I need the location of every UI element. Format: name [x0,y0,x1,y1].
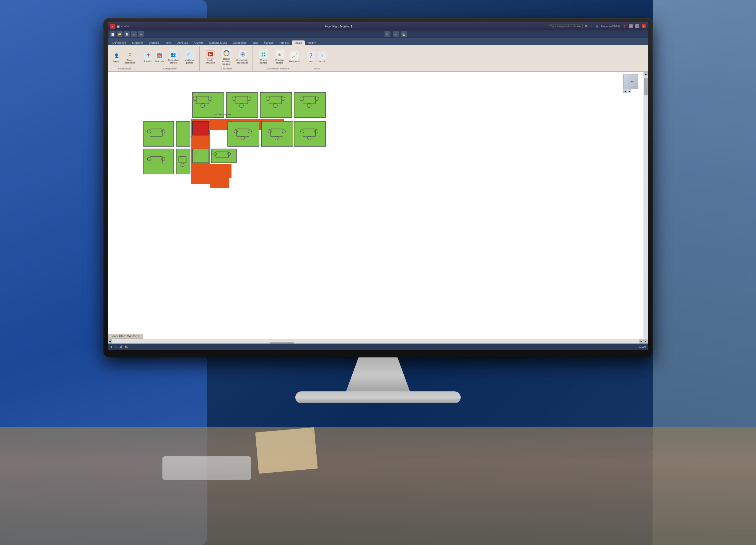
quick-access-icons: 💾 ↩ ↪ ✏ [117,25,129,28]
tab-systems[interactable]: Systems [146,40,162,45]
tab-addins[interactable]: Add-Ins [277,40,292,45]
svg-rect-20 [144,121,174,147]
nav-left[interactable]: ◀ [623,90,627,93]
scroll-right-btn[interactable]: ▶ [639,339,643,344]
qa-new[interactable]: 📄 [110,31,115,37]
nav-cube[interactable]: TOP ◀ ▶ [623,74,641,92]
dashboard-icon: 📈 [290,51,299,60]
qa-undo[interactable]: ↩ [131,31,137,37]
ribbon-group-initialization: 👤 Logout ⚙ Create parameters Initializat… [109,46,140,71]
svg-rect-22 [193,121,209,135]
btn-concentration[interactable]: Concentration of pollutants [235,50,250,65]
search-box-title[interactable]: Type a keyword or phrase [548,24,583,28]
btn-create-params[interactable]: ⚙ Create parameters [123,50,138,65]
view-tool-1[interactable]: ✂ [384,31,390,37]
btn-2dview[interactable]: 2D view sources [256,50,271,65]
help-icon-title[interactable]: ❓ [623,25,626,28]
scroll-thumb[interactable] [644,78,648,95]
btn-ventilation[interactable]: 💨 Ventilation profiles [182,50,197,65]
scroll-thumb-h[interactable] [270,342,294,344]
tab-massing[interactable]: Massing & Site [206,40,230,45]
btn-logout[interactable]: 👤 Logout [111,51,121,63]
view-tool-3[interactable]: 📐 [401,31,407,37]
status-measure-icon: 📐 [125,345,128,348]
location-label: Location [144,60,152,63]
tab-annotate[interactable]: Annotate [175,40,191,45]
monitor-screen[interactable]: R 💾 ↩ ↪ ✏ Floor Plan: Monitor 1 Type a k… [108,22,648,350]
btn-materials[interactable]: 🧱 Materials [154,51,164,63]
ribbon-icons-initialization: 👤 Logout ⚙ Create parameters [111,47,138,67]
about-icon: ℹ [318,51,326,60]
svg-rect-15 [210,164,229,188]
ribbon-icons-configuration: 📍 Location 🧱 Materials 👥 Occupation prof… [143,47,197,67]
concentration-label: Concentration of pollutants [236,59,249,64]
btn-dashboard[interactable]: 📈 Dashboard [288,51,300,63]
indalo-sim-icon [206,50,214,58]
tab-manage[interactable]: Manage [261,40,277,45]
group-label-initialization: Initialization [118,67,131,71]
qa-open[interactable]: 📂 [117,31,123,37]
indalo-sim-label: Indalo simulation [203,59,217,64]
tab-architecture[interactable]: Architecture [109,40,129,45]
view-label-text: Floor Plan: Monitor 1 [112,335,139,338]
group-label-exploitation: Exploitation of results [267,67,289,71]
btn-indalo-simulation[interactable]: Indalo simulation [203,50,218,65]
view-tools: ✂ ✏ 📐 [145,31,646,37]
svg-rect-8 [264,53,265,54]
scroll-left-btn[interactable]: ◀ [108,339,112,344]
location-icon: 📍 [144,51,152,60]
btn-about[interactable]: ℹ About [317,51,327,63]
svg-rect-10 [264,55,265,56]
tab-indalo[interactable]: Indalo [292,40,305,45]
view-tool-2[interactable]: ✏ [393,31,399,37]
zoom-level: 1:100 [639,345,646,348]
ventilation-icon: 💨 [185,50,194,58]
tab-structure[interactable]: Structure [129,40,146,45]
nav-cube-face[interactable]: TOP [623,74,638,89]
scroll-down-btn[interactable]: ▼ [643,339,648,344]
tab-collaborate[interactable]: Collaborate [230,40,250,45]
title-bar-title: Floor Plan: Monitor 1 [325,25,352,28]
btn-location[interactable]: 📍 Location [143,51,153,63]
scroll-bar-horizontal[interactable]: ◀ ▶ [108,339,643,344]
search-icon-title[interactable]: 🔍 [585,25,588,28]
star-icon: ☆ [591,25,593,28]
group-label-about: About [313,67,320,71]
btn-help[interactable]: ❓ Help [306,51,316,63]
maximize-button[interactable]: □ [635,24,639,28]
qa-save[interactable]: 💾 [124,31,130,37]
minimize-button[interactable]: — [629,24,633,28]
emission-label: Emission sources [273,59,286,64]
about-label: About [320,60,325,63]
btn-occupation[interactable]: 👥 Occupation profiles [166,50,181,65]
create-params-icon: ⚙ [126,50,134,58]
concentration-icon [239,50,247,58]
2dview-icon [259,50,268,58]
scroll-up-btn[interactable]: ▲ [643,72,648,76]
materials-icon: 🧱 [155,51,164,60]
tab-view[interactable]: View [250,40,261,45]
main-canvas-area: TOP ◀ ▶ [108,72,648,344]
nav-cube-arrows: ◀ ▶ [623,90,641,93]
monitor-bezel: R 💾 ↩ ↪ ✏ Floor Plan: Monitor 1 Type a k… [103,18,653,357]
qa-redo[interactable]: ↪ [138,31,144,37]
nav-right[interactable]: ▶ [628,90,631,93]
status-bar: ⬆ ⬇ 🔒 📐 1:100 [108,344,648,350]
svg-text:Simulation: Simulation [214,116,223,118]
btn-emission[interactable]: ⚠ Emission sources [272,50,287,65]
floor-plan[interactable]: simulation progress Simulation [137,81,338,205]
svg-rect-25 [294,121,325,147]
tab-modify[interactable]: Modify [305,40,319,45]
tab-analyze[interactable]: Analyze [191,40,206,45]
svg-rect-6 [261,52,266,57]
svg-rect-7 [262,53,263,54]
close-button[interactable]: ✕ [642,24,646,28]
svg-rect-9 [262,55,263,56]
ribbon-content: 👤 Logout ⚙ Create parameters Initializat… [108,45,648,72]
tab-insert[interactable]: Insert [162,40,175,45]
scroll-bar-vertical[interactable]: ▲ ▼ [643,72,648,344]
btn-simulation-progress[interactable]: State of simulation progress [219,48,234,66]
view-label-tab[interactable]: Floor Plan: Monitor 1 [108,334,143,339]
canvas-viewport[interactable]: TOP ◀ ▶ [108,72,648,344]
occupation-icon: 👥 [169,50,177,58]
